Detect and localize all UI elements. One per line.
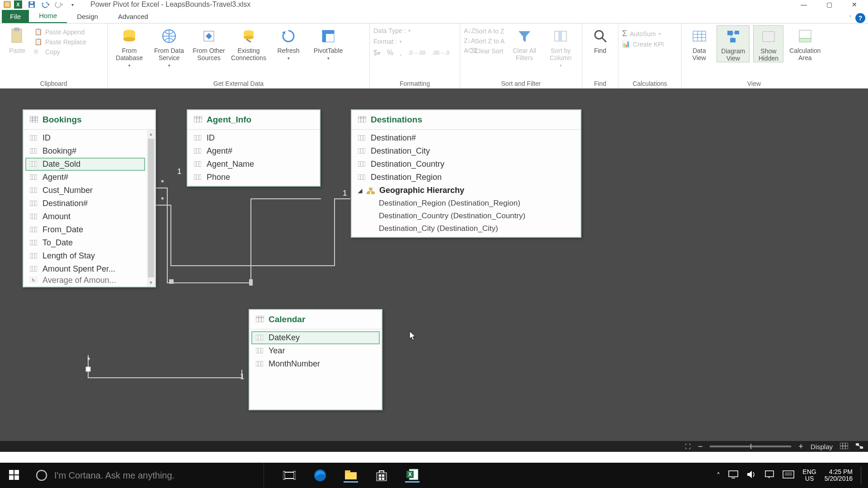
- tray-volume-icon[interactable]: [746, 470, 756, 481]
- field[interactable]: ID: [25, 131, 145, 145]
- table-bookings[interactable]: Bookings ID Booking# Date_Sold Agent# Cu…: [23, 109, 156, 287]
- tray-chevron-icon[interactable]: ˄: [717, 471, 720, 480]
- sort-by-column-button[interactable]: Sort by Column▾: [544, 25, 577, 68]
- tray-keyboard-icon[interactable]: [783, 470, 794, 480]
- field[interactable]: Amount: [25, 210, 145, 223]
- design-tab[interactable]: Design: [67, 10, 108, 23]
- zoom-in-icon[interactable]: +: [798, 442, 803, 451]
- field[interactable]: Booking#: [25, 145, 145, 158]
- advanced-tab[interactable]: Advanced: [108, 10, 158, 23]
- save-icon[interactable]: [27, 0, 36, 9]
- home-tab[interactable]: Home: [29, 9, 67, 23]
- field[interactable]: fxAverage of Amoun...: [25, 276, 145, 285]
- minimize-button[interactable]: —: [793, 0, 815, 9]
- field[interactable]: Agent_Name: [189, 158, 318, 171]
- table-agent-info[interactable]: Agent_Info ID Agent# Agent_Name Phone: [187, 109, 321, 187]
- clear-filters-button[interactable]: Clear All Filters: [508, 25, 541, 61]
- field[interactable]: Phone: [189, 171, 318, 184]
- field[interactable]: ID: [189, 131, 318, 145]
- create-kpi-button[interactable]: 📊Create KPI: [622, 39, 664, 49]
- diagram-canvas[interactable]: * * 1 1 * 1 Bookings ID Booking# Date_So…: [0, 89, 868, 441]
- tray-display-icon[interactable]: [728, 470, 738, 480]
- scroll-down-icon[interactable]: ▾: [147, 278, 155, 286]
- table-destinations[interactable]: Destinations Destination# Destination_Ci…: [351, 109, 581, 238]
- hierarchy-level[interactable]: Destination_Region (Destination_Region): [354, 197, 579, 210]
- decrease-decimal-icon[interactable]: .00→.0: [432, 50, 449, 56]
- undo-icon[interactable]: ▾: [41, 0, 50, 9]
- field[interactable]: Agent#: [189, 145, 318, 158]
- increase-decimal-icon[interactable]: .0→.00: [408, 50, 426, 56]
- hierarchy-level[interactable]: Destination_City (Destination_City): [354, 222, 579, 235]
- grid-view-icon[interactable]: [840, 443, 848, 450]
- collapse-ribbon-icon[interactable]: ˄: [849, 15, 852, 21]
- field[interactable]: Destination_Region: [354, 171, 579, 184]
- calc-area-button[interactable]: Calculation Area: [787, 25, 823, 61]
- field[interactable]: Year: [251, 344, 380, 357]
- close-button[interactable]: ✕: [844, 0, 865, 9]
- percent-icon[interactable]: %: [387, 49, 393, 57]
- currency-icon[interactable]: $▾: [373, 49, 381, 57]
- file-tab[interactable]: File: [2, 10, 29, 23]
- pivottable-button[interactable]: PivotTable▾: [310, 25, 346, 61]
- clear-sort-button[interactable]: A⌫Clear Sort: [464, 46, 505, 56]
- excel-icon[interactable]: X: [14, 0, 23, 9]
- field[interactable]: Destination#: [354, 131, 579, 145]
- existing-connections-button[interactable]: Existing Connections: [231, 25, 267, 61]
- help-icon[interactable]: ?: [855, 13, 865, 23]
- from-database-button[interactable]: From Database▾: [111, 25, 147, 68]
- field[interactable]: Length of Stay: [25, 249, 145, 263]
- diagram-view-icon[interactable]: [855, 443, 863, 450]
- from-other-sources-button[interactable]: From Other Sources: [191, 25, 227, 61]
- expand-icon[interactable]: ◢: [358, 188, 362, 194]
- copy-button[interactable]: ⎘Copy: [34, 47, 86, 57]
- data-type-selector[interactable]: Data Type : ▾: [373, 26, 456, 35]
- format-selector[interactable]: Format : ▾: [373, 37, 456, 46]
- field[interactable]: Cust_Number: [25, 184, 145, 197]
- cortana-search[interactable]: I'm Cortana. Ask me anything.: [29, 463, 264, 488]
- zoom-slider[interactable]: [710, 446, 791, 447]
- diagram-view-button[interactable]: Diagram View: [717, 25, 750, 62]
- task-view-icon[interactable]: [282, 468, 297, 483]
- file-explorer-icon[interactable]: [344, 468, 358, 483]
- sort-za-button[interactable]: Z↓ASort Z to A: [464, 36, 505, 46]
- tray-notifications-icon[interactable]: [764, 470, 774, 481]
- hierarchy-level[interactable]: Destination_Country (Destination_Country…: [354, 210, 579, 222]
- sort-az-button[interactable]: A↓ZSort A to Z: [464, 26, 505, 36]
- refresh-button[interactable]: Refresh▾: [270, 25, 307, 61]
- scroll-up-icon[interactable]: ▴: [147, 130, 155, 138]
- scroll-thumb[interactable]: [148, 139, 154, 277]
- field[interactable]: Destination_Country: [354, 158, 579, 171]
- data-view-button[interactable]: Data View: [685, 25, 713, 61]
- maximize-button[interactable]: ▢: [818, 0, 840, 9]
- hierarchy[interactable]: ◢Geographic Hierarchy: [354, 184, 579, 197]
- fit-screen-icon[interactable]: ⛶: [685, 443, 691, 450]
- field[interactable]: Destination#: [25, 197, 145, 210]
- paste-button[interactable]: Paste: [4, 25, 31, 54]
- paste-append-button[interactable]: 📋Paste Append: [34, 27, 86, 37]
- clock[interactable]: 4:25 PM5/20/2016: [825, 469, 853, 483]
- field[interactable]: Amount Spent Per...: [25, 263, 145, 276]
- scrollbar[interactable]: ▴ ▾: [147, 130, 155, 286]
- field[interactable]: MonthNumber: [251, 357, 380, 371]
- redo-icon[interactable]: ▾: [54, 0, 63, 9]
- language-indicator[interactable]: ENGUS: [802, 469, 816, 483]
- start-button[interactable]: [0, 463, 29, 488]
- qat-customize-icon[interactable]: ▾: [68, 0, 77, 9]
- show-desktop-button[interactable]: [861, 466, 863, 484]
- field[interactable]: From_Date: [25, 223, 145, 236]
- paste-replace-button[interactable]: 📋Paste Replace: [34, 37, 86, 47]
- field[interactable]: Destination_City: [354, 145, 579, 158]
- find-button[interactable]: Find: [586, 25, 614, 54]
- field-selected[interactable]: Date_Sold: [25, 158, 145, 171]
- zoom-out-icon[interactable]: −: [698, 442, 703, 451]
- autosum-button[interactable]: ΣAutoSum ▾: [622, 28, 664, 39]
- edge-icon[interactable]: [313, 468, 327, 483]
- store-icon[interactable]: [374, 468, 389, 483]
- from-data-service-button[interactable]: From Data Service▾: [151, 25, 187, 68]
- excel-taskbar-icon[interactable]: X: [405, 468, 420, 483]
- field[interactable]: To_Date: [25, 236, 145, 249]
- field-selected[interactable]: DateKey: [251, 331, 380, 344]
- table-calendar[interactable]: Calendar DateKey Year MonthNumber: [249, 309, 382, 410]
- field[interactable]: Agent#: [25, 171, 145, 184]
- comma-icon[interactable]: ,: [400, 49, 401, 57]
